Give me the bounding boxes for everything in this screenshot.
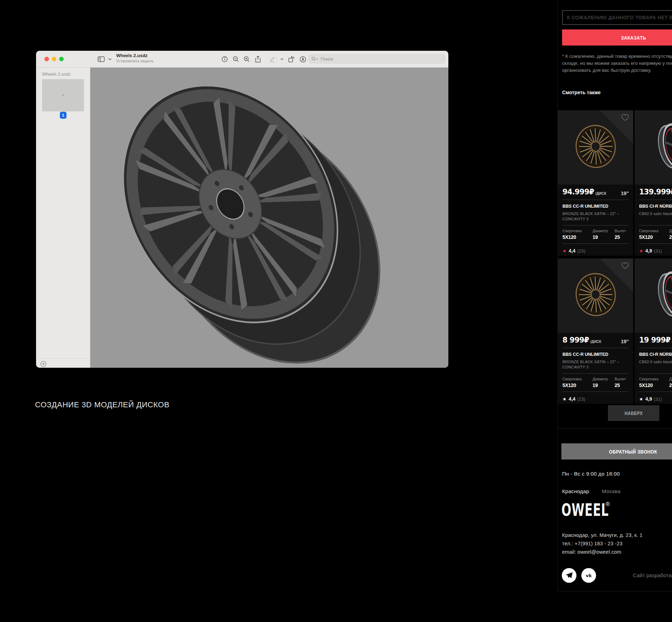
3d-viewport[interactable]	[90, 68, 448, 368]
product-rating: ★ 4,9 (31)	[639, 396, 672, 402]
window-subtitle: Установлена защита	[116, 59, 153, 63]
product-price: 8 999₽	[562, 336, 589, 344]
product-rating: ★ 4,4 (23)	[562, 396, 629, 402]
rating-value: 4,4	[569, 248, 575, 254]
review-count: (23)	[577, 248, 585, 254]
rating-value: 4,4	[569, 396, 575, 402]
order-button[interactable]: ЗАКАЗАТЬ	[562, 29, 672, 46]
page: Wheels 2.usdz Установлена защита	[0, 0, 672, 622]
product-image-area	[558, 110, 633, 185]
product-size: 19"	[621, 190, 629, 196]
search-scope-chevron-icon	[316, 58, 318, 60]
city-krasnodar[interactable]: Краснодар	[562, 488, 589, 494]
spec-value: 5X120	[639, 234, 669, 240]
zoom-window-button[interactable]	[59, 57, 64, 61]
spec-value: 25	[615, 234, 629, 240]
spec-label: Диаметр	[669, 377, 672, 381]
back-to-top-button[interactable]: НАВЕРХ	[608, 405, 659, 421]
product-card-body: 94.999₽ /ДИСК 19" BBS CC-R UNLIMITED BRO…	[558, 185, 633, 254]
spec-value: 5X120	[562, 234, 593, 240]
product-card[interactable]: 94.999₽ /ДИСК 19" BBS CC-R UNLIMITED BRO…	[558, 110, 633, 256]
stock-notice-text: К СОЖАЛЕНИЮ ДАННОГО ТОВАРА НЕТ В НАЛИЧИИ	[567, 15, 672, 20]
spec-label: Диаметр	[669, 229, 672, 233]
see-also-title: Смотреть также	[562, 90, 601, 95]
section-divider	[558, 428, 672, 429]
product-card[interactable]: 139.999₽ /ДИСК BBS CI-R NÜRBURGRING CB82…	[635, 110, 672, 256]
price-unit: /ДИСК	[590, 340, 601, 344]
stock-note: * К сожалению, данный товар временно отс…	[562, 53, 672, 74]
product-card[interactable]: 8 999₽ /ДИСК 19" BBS CC-R UNLIMITED BRON…	[558, 258, 633, 404]
review-count: (31)	[654, 248, 662, 254]
info-icon[interactable]	[220, 55, 229, 63]
search-field[interactable]	[309, 54, 445, 63]
sidebar-toggle-icon[interactable]	[97, 55, 105, 63]
zoom-out-icon[interactable]	[232, 55, 240, 63]
page-number-badge: 1	[60, 112, 66, 119]
contact-email: email: oweel@oweel.com	[562, 548, 643, 556]
social-links: vk	[562, 568, 596, 583]
review-count: (23)	[577, 396, 585, 402]
star-icon: ★	[639, 248, 643, 254]
page-thumbnail[interactable]	[42, 79, 84, 111]
product-size: 19"	[621, 338, 629, 344]
sidebar-chevron-icon[interactable]	[106, 55, 114, 63]
city-switcher: Краснодар Москва	[562, 488, 621, 494]
product-rating: ★ 4,4 (23)	[562, 248, 629, 254]
brand-registered-mark: ®	[606, 501, 610, 508]
search-input[interactable]	[320, 56, 442, 62]
product-card-body: 19 999₽ /ДИСК BBS CI-R NÜRBURGRING CB82.…	[635, 333, 672, 402]
star-icon: ★	[639, 396, 643, 402]
product-price: 94.999₽	[562, 188, 594, 196]
rating-value: 4,9	[645, 396, 652, 402]
contact-address: Краснодар, ул. Мачуги, д. 23, к. 1	[562, 531, 643, 539]
zoom-in-icon[interactable]	[243, 55, 251, 63]
favorite-heart-icon[interactable]	[621, 262, 629, 269]
share-icon[interactable]	[254, 55, 262, 63]
star-icon: ★	[562, 396, 567, 402]
rating-value: 4,9	[645, 248, 652, 254]
spec-value: 20	[669, 234, 672, 240]
contact-phone: тел.: +7(991) 183 - 23 -23	[562, 539, 643, 548]
product-card-body: 139.999₽ /ДИСК BBS CI-R NÜRBURGRING CB82…	[635, 185, 672, 254]
stock-note-line: складе, но мы можем заказать его напряму…	[562, 60, 672, 67]
review-count: (31)	[654, 396, 662, 402]
annotate-a-icon[interactable]	[299, 55, 307, 63]
product-specs: Сверловка 5X120 Диаметр 19 Вылет 25	[562, 229, 629, 240]
product-title: BBS CI-R NÜRBURGRING	[639, 204, 672, 209]
product-image-area	[635, 110, 672, 185]
close-button[interactable]	[44, 57, 49, 61]
markup-pencil-icon[interactable]	[268, 55, 276, 63]
city-moscow[interactable]: Москва	[602, 488, 621, 494]
spec-label: Вылет	[615, 229, 629, 233]
product-card-body: 8 999₽ /ДИСК 19" BBS CC-R UNLIMITED BRON…	[558, 333, 633, 402]
preview-window: Wheels 2.usdz Установлена защита	[36, 51, 448, 368]
brand-logo: OWEEL	[561, 500, 631, 520]
markup-chevron-icon[interactable]	[278, 55, 286, 63]
price-unit: /ДИСК	[595, 192, 606, 195]
back-to-top-label: НАВЕРХ	[625, 410, 643, 416]
product-price: 139.999₽	[639, 188, 672, 196]
silver-wheel-image	[646, 268, 672, 322]
window-titlebar: Wheels 2.usdz Установлена защита	[36, 51, 448, 68]
telegram-icon[interactable]	[562, 568, 576, 583]
minimize-button[interactable]	[52, 57, 56, 61]
spec-label: Сверловка	[562, 229, 593, 233]
vk-icon[interactable]: vk	[581, 568, 596, 583]
rotate-icon[interactable]	[287, 55, 296, 63]
product-subtitle: BRONZE BLACK SATIN – 22" – CONCAVITY 3	[562, 359, 629, 370]
spec-value: 20	[669, 382, 672, 388]
callback-button-label: ОБРАТНЫЙ ЗВОНОК	[609, 449, 657, 455]
add-page-button[interactable]	[40, 361, 47, 367]
product-price: 19 999₽	[639, 336, 670, 344]
favorite-heart-icon[interactable]	[621, 113, 629, 121]
callback-button[interactable]: ОБРАТНЫЙ ЗВОНОК	[561, 443, 672, 459]
stock-note-line: * К сожалению, данный товар временно отс…	[562, 53, 672, 60]
product-card[interactable]: 19 999₽ /ДИСК BBS CI-R NÜRBURGRING CB82.…	[635, 258, 672, 404]
window-title: Wheels 2.usdz	[116, 53, 153, 58]
wheel-3d-render	[90, 68, 448, 368]
spec-label: Сверловка	[639, 229, 669, 233]
spec-value: 5X120	[639, 382, 669, 388]
spec-label: Сверловка	[639, 377, 669, 381]
stock-notice: К СОЖАЛЕНИЮ ДАННОГО ТОВАРА НЕТ В НАЛИЧИИ	[562, 10, 672, 25]
working-hours: Пн - Вс с 9:00 до 18:00	[562, 471, 620, 477]
